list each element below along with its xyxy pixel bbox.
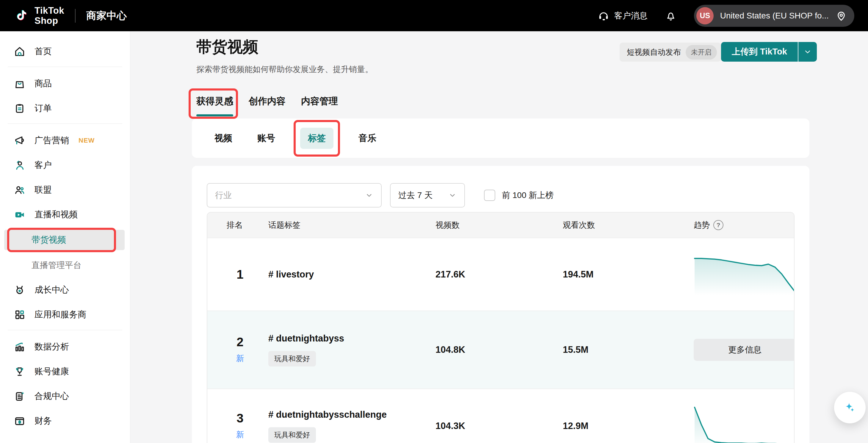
auto-publish-setting-button[interactable]: 短视频自动发布 未开启 xyxy=(620,42,721,62)
subtab-hashtags-active[interactable]: 标签 xyxy=(300,128,334,149)
new-badge: NEW xyxy=(79,137,95,144)
new-label: 新 xyxy=(236,353,244,364)
seller-center-title: 商家中心 xyxy=(86,9,127,23)
customer-icon xyxy=(14,159,26,171)
more-info-button[interactable]: 更多信息 xyxy=(694,339,795,361)
subtab-music[interactable]: 音乐 xyxy=(359,132,376,144)
table-row[interactable]: 1 # livestory 217.6K 194.5M xyxy=(207,238,794,311)
sidebar-label: 直播管理平台 xyxy=(32,260,82,271)
sidebar-label: 带货视频 xyxy=(32,234,66,246)
sidebar-label: 广告营销 xyxy=(34,135,69,146)
upload-to-tiktok-button[interactable]: 上传到 TikTok xyxy=(721,42,817,62)
tab-manage-content[interactable]: 内容管理 xyxy=(301,95,338,116)
sidebar-item-ads[interactable]: 广告营销 NEW xyxy=(0,131,130,150)
headset-icon xyxy=(598,10,610,22)
trophy-icon xyxy=(14,365,26,378)
hashtag-link[interactable]: # duetnightabysschallenge xyxy=(268,409,435,420)
table-row-hovered[interactable]: 2 新 # duetnightabyss 玩具和爱好 104.8K 15.5M … xyxy=(207,311,794,388)
videos-count: 104.3K xyxy=(435,421,563,432)
sidebar-label: 商品 xyxy=(34,78,52,90)
top100-checkbox[interactable] xyxy=(484,190,495,201)
account-region-selector[interactable]: US United States (EU SHOP fo... xyxy=(694,5,854,27)
account-region-label: United States (EU SHOP fo... xyxy=(720,11,829,21)
trend-sparkline xyxy=(694,254,795,295)
sidebar-item-live-video[interactable]: 直播和视频 xyxy=(0,205,130,224)
sidebar-label: 账号健康 xyxy=(34,365,69,378)
sidebar-item-customers[interactable]: 客户 xyxy=(0,156,130,175)
primary-tabs: 获得灵感 创作内容 内容管理 xyxy=(196,95,338,116)
new-label: 新 xyxy=(236,429,244,440)
header-rank: 排名 xyxy=(227,220,268,230)
page-title: 带货视频 xyxy=(196,37,258,57)
subtab-accounts[interactable]: 账号 xyxy=(257,132,275,144)
sidebar-label: 应用和服务商 xyxy=(34,309,86,321)
rank-number: 1 xyxy=(237,268,243,281)
tab-get-inspired[interactable]: 获得灵感 xyxy=(196,95,233,116)
subtab-videos[interactable]: 视频 xyxy=(214,132,232,144)
sidebar-item-live-management[interactable]: 直播管理平台 xyxy=(0,256,130,275)
industry-select[interactable]: 行业 xyxy=(207,183,382,207)
sidebar-item-finance[interactable]: 财务 xyxy=(0,411,130,431)
logo-wordmark: TikTok Shop xyxy=(34,6,64,26)
sidebar-item-account-health[interactable]: 账号健康 xyxy=(0,362,130,381)
sidebar-item-apps-services[interactable]: 应用和服务商 xyxy=(0,305,130,324)
auto-publish-status-badge: 未开启 xyxy=(686,45,717,60)
category-pill: 玩具和爱好 xyxy=(268,427,316,443)
customer-messages-button[interactable]: 客户消息 xyxy=(598,10,648,22)
sidebar-item-products[interactable]: 商品 xyxy=(0,74,130,93)
header-trend: 趋势 xyxy=(694,220,710,230)
upload-dropdown-toggle[interactable] xyxy=(798,42,817,62)
compliance-doc-icon xyxy=(14,390,26,402)
sidebar-label: 直播和视频 xyxy=(34,209,78,220)
tab-create-content[interactable]: 创作内容 xyxy=(249,95,285,116)
rank-number: 2 xyxy=(237,336,243,348)
sidebar-item-compliance[interactable]: 合规中心 xyxy=(0,387,130,406)
hashtag-link[interactable]: # livestory xyxy=(268,269,435,280)
sidebar-nav: 首页 商品 订单 广告营销 NEW 客户 xyxy=(0,31,130,443)
top-bar: TikTok Shop 商家中心 客户消息 xyxy=(0,0,868,31)
hashtags-table: 排名 话题标签 视频数 观看次数 趋势 ? 1 # livestory 217.… xyxy=(207,212,795,443)
sidebar-divider xyxy=(8,330,122,330)
views-count: 15.5M xyxy=(563,345,694,355)
notifications-bell-icon[interactable] xyxy=(665,10,677,22)
megaphone-icon xyxy=(14,135,26,146)
location-pin-icon xyxy=(835,10,847,22)
sidebar-item-shoppable-videos-selected[interactable]: 带货视频 xyxy=(4,230,125,250)
views-count: 12.9M xyxy=(563,421,694,432)
sidebar-label: 财务 xyxy=(34,415,52,427)
tiktok-note-icon xyxy=(14,6,30,25)
medal-icon xyxy=(14,284,26,296)
industry-placeholder: 行业 xyxy=(215,190,232,201)
sidebar-label: 订单 xyxy=(34,102,52,114)
sidebar-item-home[interactable]: 首页 xyxy=(0,42,130,61)
sidebar-label: 合规中心 xyxy=(34,390,69,402)
affiliate-people-icon xyxy=(14,184,26,196)
tiktok-shop-logo[interactable]: TikTok Shop xyxy=(14,6,64,26)
sidebar-item-orders[interactable]: 订单 xyxy=(0,99,130,118)
main-content: 带货视频 探索带货视频能如何帮助你发展业务、提升销量。 短视频自动发布 未开启 … xyxy=(130,31,868,443)
sidebar-divider xyxy=(8,67,122,67)
sidebar-label: 客户 xyxy=(34,159,52,171)
filters-row: 行业 过去 7 天 前 100 新上榜 xyxy=(207,183,795,207)
hashtag-link[interactable]: # duetnightabyss xyxy=(268,333,435,344)
help-icon[interactable]: ? xyxy=(713,220,723,230)
apps-grid-icon xyxy=(14,309,26,321)
sidebar-divider xyxy=(8,123,122,124)
sidebar-item-analytics[interactable]: 数据分析 xyxy=(0,337,130,356)
videos-count: 217.6K xyxy=(435,269,563,280)
sparkles-icon xyxy=(841,399,859,416)
ai-assistant-button[interactable] xyxy=(834,392,866,423)
period-select[interactable]: 过去 7 天 xyxy=(390,183,465,207)
videos-count: 104.8K xyxy=(435,345,563,355)
customer-messages-label: 客户消息 xyxy=(614,10,648,22)
active-tab-underline xyxy=(196,114,233,116)
table-row[interactable]: 3 新 # duetnightabysschallenge 玩具和爱好 104.… xyxy=(207,388,794,443)
sidebar-item-affiliate[interactable]: 联盟 xyxy=(0,180,130,200)
hashtag-trends-card: 行业 过去 7 天 前 100 新上榜 排名 话题标签 视频数 观看次数 xyxy=(192,166,809,443)
top100-filter[interactable]: 前 100 新上榜 xyxy=(484,190,554,201)
shopping-bag-icon xyxy=(14,78,26,90)
header-hashtag: 话题标签 xyxy=(268,220,435,230)
trend-sparkline xyxy=(694,405,795,443)
table-header-row: 排名 话题标签 视频数 观看次数 趋势 ? xyxy=(207,213,794,238)
sidebar-item-growth-center[interactable]: 成长中心 xyxy=(0,280,130,299)
